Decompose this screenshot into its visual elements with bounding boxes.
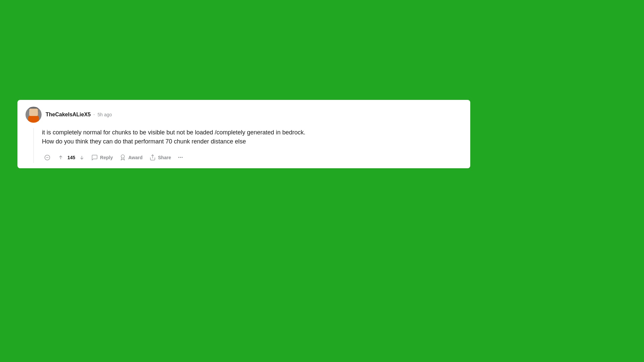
more-dots: ··· [178, 154, 183, 161]
collapse-button[interactable] [42, 152, 53, 163]
avatar [25, 107, 42, 123]
upvote-button[interactable] [55, 152, 66, 163]
username-time: TheCakeIsALieX5 · 5h ago [46, 112, 112, 118]
svg-point-4 [121, 155, 124, 158]
award-icon [119, 154, 126, 161]
downvote-icon [78, 154, 85, 161]
comment-actions: 145 Reply [42, 152, 462, 163]
award-button[interactable]: Award [117, 152, 145, 163]
share-button[interactable]: Share [147, 152, 174, 163]
minus-circle-icon [44, 154, 51, 161]
comment-header: TheCakeIsALieX5 · 5h ago [25, 107, 462, 123]
comment-body: it is completely normal for chunks to be… [25, 128, 462, 163]
upvote-icon [57, 154, 64, 161]
share-icon [149, 154, 156, 161]
username[interactable]: TheCakeIsALieX5 [46, 112, 91, 118]
separator: · [93, 112, 95, 118]
downvote-button[interactable] [76, 152, 87, 163]
reply-button[interactable]: Reply [89, 152, 115, 163]
comment-text: it is completely normal for chunks to be… [42, 128, 462, 146]
comment-content: it is completely normal for chunks to be… [42, 128, 462, 163]
more-options-button[interactable]: ··· [175, 152, 186, 163]
timestamp: 5h ago [98, 112, 112, 117]
comment-card: TheCakeIsALieX5 · 5h ago it is completel… [17, 100, 470, 168]
vote-count: 145 [67, 155, 75, 160]
thread-line [33, 128, 34, 163]
reply-icon [91, 154, 98, 161]
